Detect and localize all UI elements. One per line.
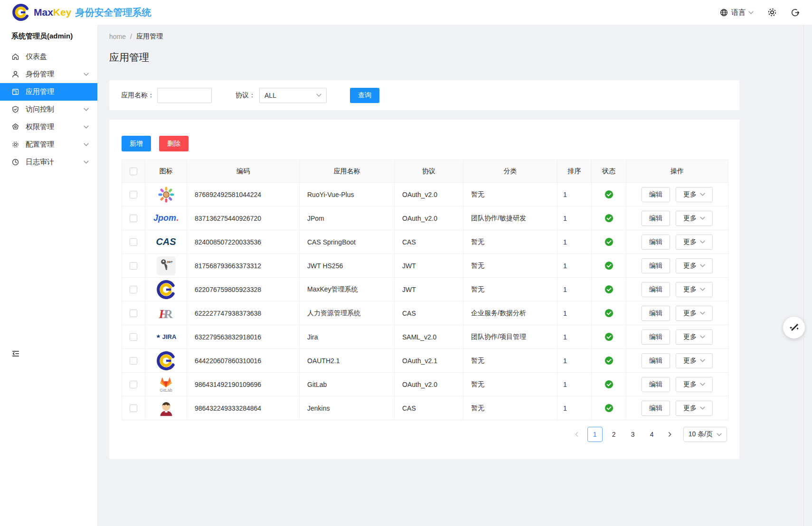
app-name-input[interactable] — [157, 88, 212, 103]
current-user-label: 系统管理员(admin) — [0, 25, 97, 45]
settings-icon[interactable] — [767, 7, 777, 18]
row-checkbox[interactable] — [130, 381, 137, 388]
pagination-prev[interactable] — [570, 427, 584, 442]
status-enabled-icon — [604, 309, 614, 318]
svg-text:JWT: JWT — [166, 260, 172, 263]
more-button[interactable]: 更多 — [676, 329, 713, 345]
row-checkbox[interactable] — [130, 333, 137, 341]
breadcrumb-home-link[interactable]: home — [109, 33, 126, 40]
app-header: Max Key 身份安全管理系统 语言 — [0, 0, 812, 25]
app-name: 人力资源管理系统 — [300, 301, 395, 325]
select-all-checkbox[interactable] — [130, 168, 137, 175]
column-header: 图标 — [145, 160, 187, 183]
row-checkbox[interactable] — [130, 404, 137, 412]
search-button[interactable]: 查询 — [350, 88, 379, 103]
edit-button[interactable]: 编辑 — [642, 235, 670, 250]
table-header-row: 图标编码应用名称协议分类排序状态操作 — [122, 160, 728, 183]
row-checkbox[interactable] — [130, 215, 137, 222]
chevron-down-icon — [700, 264, 705, 267]
app-sort: 1 — [557, 349, 592, 373]
more-button[interactable]: 更多 — [676, 235, 713, 250]
sidebar-item-apps[interactable]: 应用管理 — [0, 83, 97, 101]
row-checkbox[interactable] — [130, 191, 137, 198]
breadcrumb: home / 应用管理 — [109, 32, 812, 41]
status-enabled-icon — [604, 404, 614, 413]
row-checkbox[interactable] — [130, 310, 137, 317]
pagination-page-2[interactable]: 2 — [606, 427, 622, 442]
app-sort: 1 — [557, 183, 592, 207]
chevron-down-icon — [84, 73, 89, 76]
more-button[interactable]: 更多 — [676, 353, 713, 368]
cas-app-icon: CAS — [156, 232, 176, 253]
app-category: 暂无 — [463, 373, 557, 396]
row-checkbox[interactable] — [130, 238, 137, 246]
sidebar-item-audit[interactable]: 日志审计 — [0, 153, 97, 171]
pagination-page-4[interactable]: 4 — [644, 427, 660, 442]
status-enabled-icon — [604, 214, 614, 223]
more-button[interactable]: 更多 — [676, 306, 713, 321]
protocol-select[interactable]: ALL — [259, 88, 327, 103]
maxkey-app-icon — [157, 279, 176, 300]
edit-button[interactable]: 编辑 — [642, 377, 670, 392]
more-button[interactable]: 更多 — [676, 377, 713, 392]
theme-wand-fab[interactable] — [783, 317, 805, 338]
protocol-label: 协议： — [236, 91, 255, 100]
chevron-down-icon — [84, 108, 89, 111]
pagination-next[interactable] — [663, 427, 677, 442]
breadcrumb-separator: / — [130, 33, 132, 40]
scrollbar-track[interactable] — [803, 25, 804, 526]
status-enabled-icon — [604, 332, 614, 341]
edit-button[interactable]: 编辑 — [642, 258, 670, 273]
app-code: 622076759805923328 — [187, 278, 300, 301]
edit-button[interactable]: 编辑 — [642, 329, 670, 345]
chevron-down-icon — [316, 94, 321, 97]
menu-fold-icon[interactable] — [11, 349, 20, 358]
sidebar: 系统管理员(admin) 仪表盘 身份管理 应用管理 访问控制 权限管理 配置管… — [0, 25, 98, 526]
language-label: 语言 — [731, 8, 746, 17]
row-checkbox[interactable] — [130, 286, 137, 293]
more-button[interactable]: 更多 — [676, 187, 713, 202]
edit-button[interactable]: 编辑 — [642, 211, 670, 226]
pagination-page-1[interactable]: 1 — [587, 427, 603, 442]
status-enabled-icon — [604, 190, 614, 199]
brand-title: 身份安全管理系统 — [75, 6, 151, 19]
more-button[interactable]: 更多 — [676, 211, 713, 226]
sidebar-item-label: 身份管理 — [26, 70, 54, 79]
row-checkbox[interactable] — [130, 262, 137, 270]
add-button[interactable]: 新增 — [122, 136, 151, 151]
app-name: GitLab — [300, 373, 395, 396]
medal-icon — [11, 123, 19, 131]
row-checkbox[interactable] — [130, 357, 137, 365]
ruoyi-app-icon — [157, 184, 175, 205]
status-enabled-icon — [604, 261, 614, 270]
logout-icon[interactable] — [791, 8, 800, 17]
sidebar-item-access[interactable]: 访问控制 — [0, 101, 97, 118]
edit-button[interactable]: 编辑 — [642, 401, 670, 416]
pagination-page-3[interactable]: 3 — [625, 427, 641, 442]
sidebar-item-config[interactable]: 配置管理 — [0, 136, 97, 153]
column-header: 协议 — [395, 160, 463, 183]
more-button[interactable]: 更多 — [676, 401, 713, 416]
column-header: 分类 — [463, 160, 557, 183]
sidebar-item-identity[interactable]: 身份管理 — [0, 66, 97, 83]
app-protocol: SAML_v2.0 — [395, 325, 463, 349]
app-sort: 1 — [557, 373, 592, 396]
edit-button[interactable]: 编辑 — [642, 187, 670, 202]
app-name: JWT HS256 — [300, 254, 395, 278]
edit-button[interactable]: 编辑 — [642, 353, 670, 368]
delete-button[interactable]: 删除 — [159, 136, 189, 151]
app-category: 企业服务/数据分析 — [463, 301, 557, 325]
edit-button[interactable]: 编辑 — [642, 282, 670, 297]
sidebar-item-permission[interactable]: 权限管理 — [0, 118, 97, 136]
page-size-select[interactable]: 10 条/页 — [683, 427, 727, 442]
app-category: 暂无 — [463, 254, 557, 278]
language-switcher[interactable]: 语言 — [719, 8, 754, 17]
sidebar-item-dashboard[interactable]: 仪表盘 — [0, 48, 97, 66]
app-protocol: JWT — [395, 254, 463, 278]
chevron-down-icon — [84, 160, 89, 164]
edit-button[interactable]: 编辑 — [642, 306, 670, 321]
table-row: JWT 817568793663373312 JWT HS256 JWT 暂无 … — [122, 254, 728, 278]
more-button[interactable]: 更多 — [676, 282, 713, 297]
home-icon — [11, 53, 19, 61]
more-button[interactable]: 更多 — [676, 258, 713, 273]
